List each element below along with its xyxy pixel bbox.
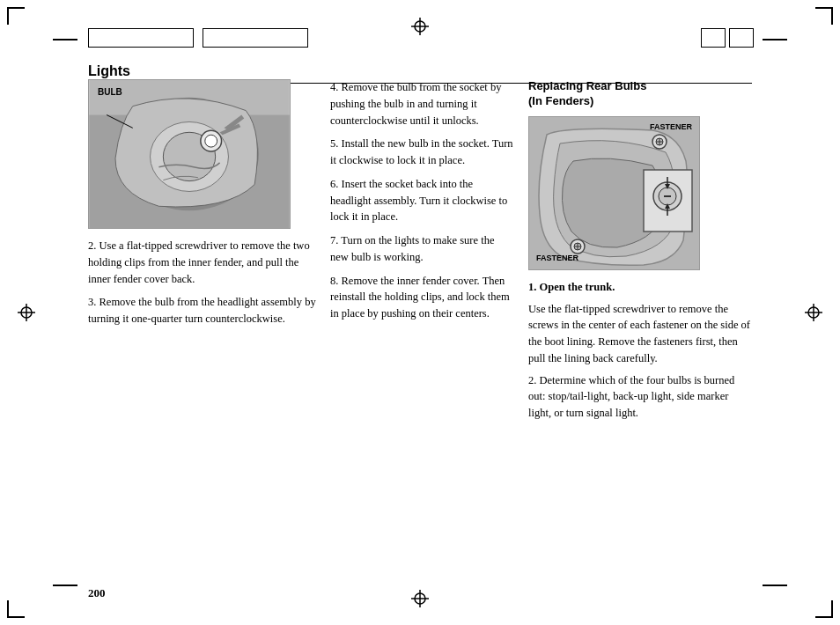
step2-right: 2. Determine which of the four bulbs is … xyxy=(528,372,752,422)
left-column: BULB xyxy=(88,79,326,572)
step6-text: 6. Insert the socket back into the headl… xyxy=(330,176,515,225)
middle-column: 4. Remove the bulb from the socket by pu… xyxy=(326,79,524,572)
corner-bracket-tr xyxy=(815,7,833,25)
dash-tr xyxy=(763,39,787,40)
section-title: Replacing Rear Bulbs (In Fenders) xyxy=(528,79,752,109)
corner-bracket-br xyxy=(815,600,833,618)
svg-point-19 xyxy=(205,135,217,147)
step8-text: 8. Remove the inner fender cover. Then r… xyxy=(330,273,515,322)
main-content: BULB xyxy=(88,79,752,572)
fastener-label-top: FASTENER xyxy=(650,122,692,131)
right-col-text: 1. Open the trunk. Use the flat-tipped s… xyxy=(528,279,752,422)
page-number: 200 xyxy=(88,586,106,600)
dash-br xyxy=(763,585,787,586)
tab-box-right xyxy=(203,28,308,48)
step1-title: 1. Open the trunk. xyxy=(528,279,752,296)
step7-text: 7. Turn on the lights to make sure the n… xyxy=(330,232,515,266)
rear-fender-illustration xyxy=(529,117,700,270)
headlight-illustration xyxy=(89,80,290,228)
fastener-label-bottom: FASTENER xyxy=(536,254,578,262)
page-title: Lights xyxy=(88,63,130,78)
rear-bulb-image: FASTENER FASTENER xyxy=(528,116,700,270)
headlight-image: BULB xyxy=(88,79,291,229)
top-bar xyxy=(88,28,752,48)
crosshair-left xyxy=(18,304,35,321)
crosshair-right xyxy=(805,304,822,321)
small-box-2 xyxy=(729,28,754,48)
corner-bracket-tl xyxy=(7,7,25,25)
bulb-label: BULB xyxy=(98,87,122,97)
step5-text: 5. Install the new bulb in the socket. T… xyxy=(330,136,515,169)
corner-bracket-bl xyxy=(7,600,25,618)
right-column: Replacing Rear Bulbs (In Fenders) FASTEN… xyxy=(524,79,752,572)
dash-tl xyxy=(53,39,77,40)
left-col-text: 2. Use a flat-tipped screwdriver to remo… xyxy=(88,238,317,327)
crosshair-bottom xyxy=(411,590,429,607)
step3-text: 3. Remove the bulb from the headlight as… xyxy=(88,294,317,327)
step1-body: Use the flat-tipped screwdriver to remov… xyxy=(528,301,752,367)
tab-box-left xyxy=(88,28,194,48)
step4-text: 4. Remove the bulb from the socket by pu… xyxy=(330,79,515,129)
top-right-boxes xyxy=(701,28,754,48)
mid-col-text: 4. Remove the bulb from the socket by pu… xyxy=(330,79,515,322)
dash-bl xyxy=(53,585,77,586)
small-box-1 xyxy=(701,28,726,48)
step2-text: 2. Use a flat-tipped screwdriver to remo… xyxy=(88,238,317,287)
